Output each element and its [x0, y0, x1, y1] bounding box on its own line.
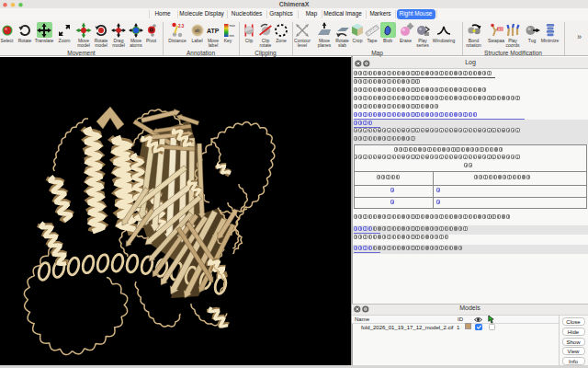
svg-text:2.3: 2.3	[178, 24, 185, 29]
svg-text:ASN: ASN	[498, 28, 504, 31]
svg-text:max: max	[230, 24, 236, 28]
svg-text:ATP: ATP	[207, 28, 220, 34]
svg-text:ab: ab	[195, 28, 200, 33]
